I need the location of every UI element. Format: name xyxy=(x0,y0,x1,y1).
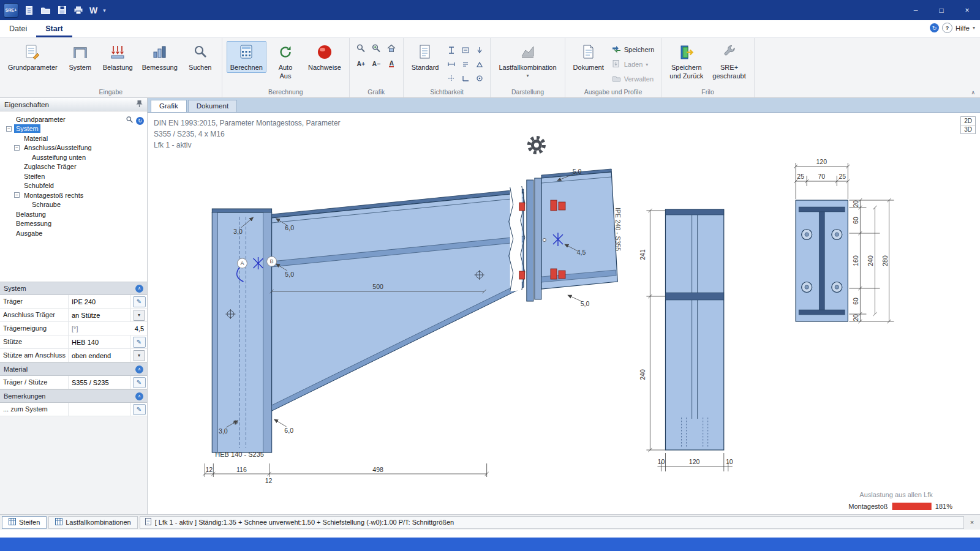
tree-search-icon[interactable] xyxy=(126,115,134,126)
anschluss-traeger-dropdown-icon[interactable]: ▾ xyxy=(134,310,145,321)
edit-stuetze-button[interactable]: ✎ xyxy=(133,337,146,348)
tree-item-system[interactable]: −System xyxy=(0,124,147,134)
gear-icon[interactable] xyxy=(529,138,544,152)
help-icon[interactable]: ? xyxy=(942,23,952,33)
grundparameter-button[interactable]: Grundparameter xyxy=(4,41,61,73)
tree-expand-icon[interactable]: − xyxy=(14,192,20,198)
section-profile-icon[interactable] xyxy=(444,43,458,57)
svg-text:B: B xyxy=(270,259,274,265)
minimize-button[interactable]: – xyxy=(903,0,929,20)
edit-material-button[interactable]: ✎ xyxy=(133,377,146,388)
edit-bemerkung-button[interactable]: ✎ xyxy=(133,404,146,415)
collapse-ribbon-icon[interactable]: ∧ xyxy=(971,89,975,96)
berechnen-button[interactable]: Berechnen xyxy=(227,41,266,73)
tab-datei[interactable]: Datei xyxy=(0,21,36,37)
svg-text:3,0: 3,0 xyxy=(233,228,243,235)
structural-drawing[interactable]: DIN EN 1993:2015, Parameter Montagestoss… xyxy=(148,113,980,514)
grid-lines-icon[interactable] xyxy=(458,57,472,71)
tree-item-steifen[interactable]: Steifen xyxy=(0,171,147,181)
graphics-canvas[interactable]: 2D 3D DIN EN 1993:2015, Parameter Montag… xyxy=(148,113,980,514)
view-2d-button[interactable]: 2D xyxy=(961,117,975,125)
speichern-und-zurueck-button[interactable]: Speichern und Zurück xyxy=(666,41,707,81)
tree-item-belastung[interactable]: Belastung xyxy=(0,209,147,219)
bemessung-button[interactable]: Bemessung xyxy=(138,41,181,73)
tree-expand-icon[interactable]: − xyxy=(6,126,12,132)
standard-button[interactable]: Standard xyxy=(408,41,443,73)
close-status-icon[interactable]: × xyxy=(966,519,978,526)
new-document-icon[interactable] xyxy=(23,5,34,16)
tab-grafik[interactable]: Grafik xyxy=(151,100,187,112)
tree-item-bemessung[interactable]: Bemessung xyxy=(0,219,147,229)
save-icon[interactable] xyxy=(56,5,67,16)
suchen-button[interactable]: Suchen xyxy=(183,41,217,73)
traeger-value[interactable]: IPE 240 xyxy=(69,295,130,308)
tab-start[interactable]: Start xyxy=(36,21,72,37)
tree-item-anschluss-aussteifung[interactable]: −Anschluss/Aussteifung xyxy=(0,143,147,153)
status-tab-lastfallkombinationen[interactable]: Lastfallkombinationen xyxy=(48,516,137,529)
label-box-icon[interactable] xyxy=(458,43,472,57)
help-dropdown-icon[interactable]: ▾ xyxy=(973,25,975,31)
word-export-icon[interactable]: W xyxy=(89,6,97,15)
zoom-in-icon[interactable] xyxy=(369,41,383,55)
edit-traeger-button[interactable]: ✎ xyxy=(133,296,146,307)
tree-item-schraube[interactable]: Schraube xyxy=(0,200,147,210)
anschluss-traeger-value[interactable]: an Stütze xyxy=(69,309,130,321)
tree-item-schubfeld[interactable]: Schubfeld xyxy=(0,181,147,191)
svg-text:HEB 140 - S235: HEB 140 - S235 xyxy=(215,451,264,458)
bemerkung-value[interactable] xyxy=(69,403,130,416)
axis-cross-icon[interactable] xyxy=(444,71,458,85)
font-increase-button[interactable]: A+ xyxy=(354,56,368,70)
zoom-home-icon[interactable] xyxy=(385,41,399,55)
arrow-down-toggle-icon[interactable] xyxy=(472,43,486,57)
sre-geschraubt-button[interactable]: SRE+ geschraubt xyxy=(709,41,749,81)
app-logo-icon[interactable]: SRE+ xyxy=(4,3,18,18)
dimension-lines-icon[interactable] xyxy=(444,57,458,71)
material-value[interactable]: S355 / S235 xyxy=(69,376,130,389)
collapse-section-icon[interactable]: ∧ xyxy=(135,365,143,373)
tree-item-montagestoss-rechts[interactable]: −Montagestoß rechts xyxy=(0,190,147,200)
profile-laden-button[interactable]: Laden ▾ xyxy=(609,58,657,71)
collapse-section-icon[interactable]: ∧ xyxy=(135,392,143,400)
svg-text:5,0: 5,0 xyxy=(285,271,294,278)
stuetze-value[interactable]: HEB 140 xyxy=(69,335,130,348)
lastfallkombination-button[interactable]: Lastfallkombination ▾ xyxy=(495,41,560,81)
angle-measure-icon[interactable] xyxy=(458,71,472,85)
qat-dropdown-icon[interactable]: ▾ xyxy=(103,7,106,13)
status-tab-steifen[interactable]: Steifen xyxy=(2,516,47,529)
view-3d-button[interactable]: 3D xyxy=(961,125,975,133)
stuetze-anschluss-value[interactable]: oben endend xyxy=(69,349,130,362)
open-folder-icon[interactable] xyxy=(40,5,51,16)
dokument-button[interactable]: Dokument xyxy=(570,41,608,73)
font-color-button[interactable]: A xyxy=(385,56,399,70)
weld-symbol-icon[interactable] xyxy=(472,57,486,71)
traegerneigung-value[interactable]: [°] 4,5 xyxy=(69,322,147,335)
main-area: Grafik Dokument 2D 3D DIN EN 1993:2015, … xyxy=(148,98,980,514)
status-message[interactable]: [ Lfk 1 - aktiv ] Ständig:1.35 + Schnee … xyxy=(140,516,964,529)
tree-refresh-icon[interactable]: ↻ xyxy=(136,117,144,125)
tree-item-grundparameter[interactable]: Grundparameter xyxy=(0,114,147,124)
zoom-select-icon[interactable] xyxy=(354,41,368,55)
profile-verwalten-button[interactable]: Verwalten xyxy=(609,72,657,86)
help-menu[interactable]: Hilfe xyxy=(956,24,970,32)
system-button[interactable]: System xyxy=(63,41,97,73)
tree-item-zuglasche-traeger[interactable]: Zuglasche Träger xyxy=(0,162,147,172)
font-decrease-button[interactable]: A− xyxy=(369,56,383,70)
print-icon[interactable] xyxy=(73,5,84,16)
tree-item-material[interactable]: Material xyxy=(0,133,147,143)
maximize-button[interactable]: □ xyxy=(929,0,954,20)
nachweise-button[interactable]: Nachweise xyxy=(304,41,345,73)
belastung-button[interactable]: Belastung xyxy=(99,41,137,73)
collapse-section-icon[interactable]: ∧ xyxy=(135,285,143,293)
close-button[interactable]: × xyxy=(954,0,980,20)
tree-expand-icon[interactable]: − xyxy=(14,145,20,151)
pin-icon[interactable] xyxy=(136,100,143,109)
stuetze-anschluss-dropdown-icon[interactable]: ▾ xyxy=(134,350,145,361)
system-icon xyxy=(72,44,88,62)
bolt-view-icon[interactable] xyxy=(472,71,486,85)
profile-speichern-button[interactable]: Speichern xyxy=(609,43,657,56)
tree-item-ausgabe[interactable]: Ausgabe xyxy=(0,228,147,238)
tab-dokument[interactable]: Dokument xyxy=(188,100,237,112)
tree-item-aussteifung-unten[interactable]: Aussteifung unten xyxy=(0,152,147,162)
frilo-sync-icon[interactable]: ↻ xyxy=(930,23,939,32)
auto-aus-button[interactable]: Auto Aus xyxy=(268,41,303,81)
